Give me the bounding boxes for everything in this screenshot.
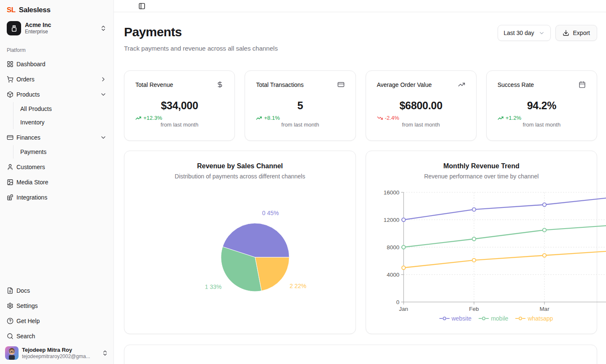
main-area: Payments Track payments and revenue acro… <box>114 0 606 364</box>
y-tick-label: 12000 <box>383 217 399 223</box>
sidebar-item-label: Docs <box>16 287 107 294</box>
sidebar-item-label: Search <box>16 333 107 340</box>
sidebar-item-label: All Products <box>20 105 52 112</box>
sidebar: SL Salesless Acme Inc Enterprise Platfor… <box>0 0 114 364</box>
series-line-website <box>404 197 606 220</box>
line-chart-subtitle: Revenue performance over time by channel <box>366 173 597 180</box>
app-logo: SL Salesless <box>3 4 110 19</box>
stat-card-total-transactions: Total Transactions 5 +8.1% from last mon… <box>245 70 356 141</box>
stat-caption: from last month <box>256 121 344 128</box>
page-title: Payments <box>124 25 278 39</box>
y-tick-label: 16000 <box>383 189 399 196</box>
sidebar-item-label: Integrations <box>16 194 107 201</box>
bottom-card-partial <box>124 345 597 364</box>
stat-card-header: Success Rate <box>498 81 586 88</box>
data-point <box>543 203 546 206</box>
pie-chart-title: Revenue by Sales Channel <box>124 162 356 170</box>
pie-chart-subtitle: Distribution of payments across differen… <box>124 173 356 180</box>
stat-title: Total Revenue <box>135 81 173 88</box>
sidebar-item-media-store[interactable]: Media Store <box>3 175 110 190</box>
stat-value: $6800.00 <box>377 100 465 112</box>
trending-up-icon <box>498 115 504 121</box>
trending-down-icon <box>377 115 383 121</box>
chevron-down-icon <box>539 30 545 36</box>
sidebar-item-docs[interactable]: Docs <box>3 283 110 298</box>
package-icon <box>7 91 13 98</box>
pie-slice-label: 1 33% <box>205 283 222 290</box>
sidebar-item-payments[interactable]: Payments <box>17 145 110 159</box>
legend-line-icon <box>515 315 525 321</box>
trend-value: +12.3% <box>143 115 162 121</box>
legend-item-mobile[interactable]: mobile <box>479 315 508 322</box>
sidebar-item-get-help[interactable]: Get Help <box>3 313 110 329</box>
sidebar-item-all-products[interactable]: All Products <box>17 102 110 116</box>
avatar <box>5 346 19 360</box>
legend-line-icon <box>479 315 489 321</box>
data-point <box>402 245 405 249</box>
image-icon <box>7 179 13 186</box>
sidebar-item-label: Orders <box>16 76 100 83</box>
data-point <box>472 259 476 262</box>
sidebar-item-products[interactable]: Products <box>3 87 110 102</box>
credit-card-icon <box>337 81 345 88</box>
data-point <box>402 266 405 270</box>
sidebar-item-customers[interactable]: Customers <box>3 159 110 175</box>
sidebar-item-settings[interactable]: Settings <box>3 298 110 313</box>
credit-card-icon <box>7 134 13 141</box>
calendar-icon <box>579 81 586 88</box>
user-meta: Tejodeep Mitra Roy tejodeepmitraroy2002@… <box>22 347 98 360</box>
sidebar-item-orders[interactable]: Orders <box>3 72 110 87</box>
data-point <box>402 218 405 221</box>
layout-grid-icon <box>7 61 13 67</box>
legend-item-whatsapp[interactable]: whatsapp <box>515 315 553 322</box>
y-tick-label: 4000 <box>387 272 399 278</box>
sidebar-item-dashboard[interactable]: Dashboard <box>3 57 110 72</box>
org-switcher[interactable]: Acme Inc Enterprise <box>3 19 110 38</box>
products-sub-list: All Products Inventory <box>13 102 110 129</box>
sidebar-toggle-button[interactable] <box>136 0 148 12</box>
app-root: SL Salesless Acme Inc Enterprise Platfor… <box>0 0 606 364</box>
org-name: Acme Inc <box>25 22 96 29</box>
data-point <box>472 237 476 240</box>
sidebar-nav: Dashboard Orders Products All Products I… <box>3 57 110 205</box>
x-tick-label: Feb <box>469 306 479 312</box>
gear-icon <box>7 302 13 309</box>
charts-grid: Revenue by Sales Channel Distribution of… <box>124 151 597 334</box>
sidebar-item-label: Settings <box>16 302 107 309</box>
stat-value: $34,000 <box>135 100 224 112</box>
search-icon <box>7 333 13 340</box>
line-chart-legend: websitemobilewhatsapp <box>366 315 597 322</box>
trend-value: -2.4% <box>385 115 399 121</box>
line-chart-title: Monthly Revenue Trend <box>366 162 597 170</box>
data-point <box>543 253 546 257</box>
page-header-text: Payments Track payments and revenue acro… <box>124 25 278 52</box>
stat-card-header: Average Order Value <box>377 81 465 88</box>
sidebar-item-search[interactable]: Search <box>3 329 110 344</box>
sidebar-item-label: Customers <box>16 164 107 170</box>
y-tick-label: 0 <box>396 299 399 305</box>
sidebar-item-label: Get Help <box>16 318 107 324</box>
trend-indicator: +12.3% <box>135 115 224 121</box>
user-menu[interactable]: Tejodeep Mitra Roy tejodeepmitraroy2002@… <box>3 344 110 361</box>
sidebar-item-finances[interactable]: Finances <box>3 130 110 145</box>
series-line-whatsapp <box>404 251 606 267</box>
trending-up-icon <box>458 81 465 88</box>
stat-card-average-order-value: Average Order Value $6800.00 -2.4% from … <box>366 70 477 141</box>
circle-help-icon <box>7 318 13 324</box>
data-point <box>543 228 546 232</box>
sidebar-section-label: Platform <box>3 38 110 57</box>
sidebar-item-inventory[interactable]: Inventory <box>17 116 110 129</box>
stat-title: Total Transactions <box>256 81 304 88</box>
panel-left-icon <box>138 3 145 10</box>
stat-card-total-revenue: Total Revenue $34,000 +12.3% from last m… <box>124 70 235 141</box>
export-label: Export <box>573 30 590 36</box>
pie-slice-label: 2 22% <box>290 283 307 289</box>
x-tick-label: Mar <box>539 306 549 312</box>
user-name: Tejodeep Mitra Roy <box>22 347 98 353</box>
export-button[interactable]: Export <box>555 25 597 41</box>
date-range-value: Last 30 day <box>504 30 534 36</box>
file-text-icon <box>7 287 13 294</box>
legend-item-website[interactable]: website <box>439 315 471 322</box>
sidebar-item-integrations[interactable]: Integrations <box>3 190 110 205</box>
date-range-select[interactable]: Last 30 day <box>498 25 550 41</box>
